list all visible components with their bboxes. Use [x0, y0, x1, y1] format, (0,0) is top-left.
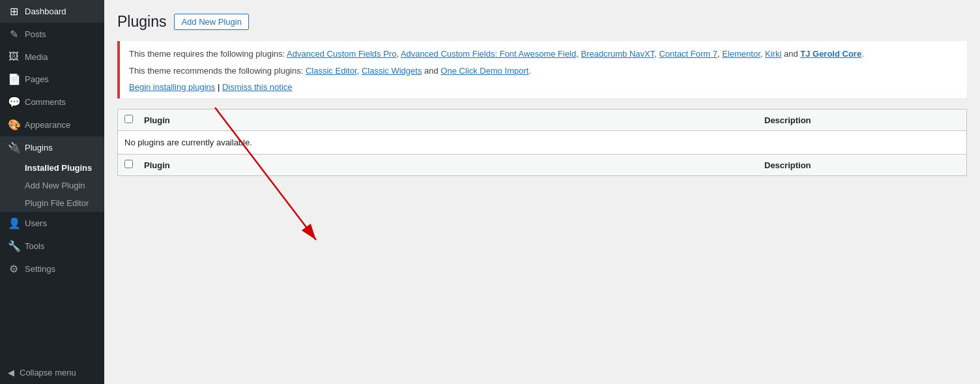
appearance-icon: 🎨 — [8, 119, 20, 131]
plugin-link-acf-pro[interactable]: Advanced Custom Fields Pro — [287, 49, 396, 59]
sidebar-item-label: Users — [25, 218, 47, 228]
notice-actions: Begin installing plugins | Dismiss this … — [129, 82, 958, 92]
sidebar-item-label: Appearance — [25, 120, 70, 130]
sidebar-item-posts[interactable]: ✎ Posts — [0, 23, 104, 46]
media-icon: 🖼 — [8, 51, 20, 63]
table-header: Plugin Description — [118, 110, 966, 131]
plugin-link-kirki[interactable]: Kirki — [765, 49, 781, 59]
sidebar-item-label: Pages — [25, 74, 49, 84]
sidebar-item-label: Comments — [25, 97, 66, 107]
posts-icon: ✎ — [8, 28, 20, 40]
sidebar-item-label: Posts — [25, 29, 46, 39]
page-header: Plugins Add New Plugin — [117, 13, 967, 31]
sidebar-item-appearance[interactable]: 🎨 Appearance — [0, 113, 104, 136]
footer-desc-col: Description — [764, 160, 960, 170]
sidebar-item-media[interactable]: 🖼 Media — [0, 46, 104, 68]
users-icon: 👤 — [8, 217, 20, 229]
sidebar-item-plugin-file-editor[interactable]: Plugin File Editor — [0, 194, 104, 212]
plugin-link-breadcrumb[interactable]: Breadcrumb NavXT — [581, 49, 654, 59]
page-title: Plugins — [117, 13, 166, 31]
plugins-icon: 🔌 — [8, 141, 20, 154]
comments-icon: 💬 — [8, 96, 20, 108]
sidebar-item-installed-plugins[interactable]: Installed Plugins — [0, 159, 104, 177]
plugin-link-cf7[interactable]: Contact Form 7 — [659, 49, 717, 59]
add-new-plugin-label: Add New Plugin — [25, 181, 85, 190]
sidebar-item-dashboard[interactable]: ⊞ Dashboard — [0, 0, 104, 23]
collapse-menu[interactable]: ◀ Collapse menu — [0, 361, 104, 384]
installed-plugins-label: Installed Plugins — [25, 163, 92, 173]
footer-checkbox-col — [124, 160, 144, 170]
settings-icon: ⚙ — [8, 263, 20, 275]
notice-line1: This theme requires the following plugin… — [129, 48, 958, 61]
table-footer: Plugin Description — [118, 155, 966, 175]
sidebar-item-settings[interactable]: ⚙ Settings — [0, 258, 104, 280]
plugin-link-one-click[interactable]: One Click Demo Import — [440, 66, 528, 76]
plugin-link-elementor[interactable]: Elementor — [722, 49, 760, 59]
plugin-link-classic-widgets[interactable]: Classic Widgets — [362, 66, 422, 76]
sidebar-item-tools[interactable]: 🔧 Tools — [0, 235, 104, 258]
dashboard-icon: ⊞ — [8, 5, 20, 18]
header-plugin-col: Plugin — [144, 115, 764, 125]
select-all-footer-checkbox[interactable] — [124, 160, 133, 168]
footer-plugin-col: Plugin — [144, 160, 764, 170]
notice-line2-prefix: This theme recommends the following plug… — [129, 66, 306, 76]
notice-line1-prefix: This theme requires the following plugin… — [129, 49, 287, 59]
sidebar-item-label: Tools — [25, 241, 44, 251]
sidebar-item-pages[interactable]: 📄 Pages — [0, 68, 104, 91]
header-checkbox-col — [124, 115, 144, 125]
header-desc-col: Description — [764, 115, 960, 125]
add-new-plugin-button[interactable]: Add New Plugin — [174, 14, 249, 30]
sidebar-item-users[interactable]: 👤 Users — [0, 212, 104, 235]
plugins-table: Plugin Description No plugins are curren… — [117, 109, 967, 176]
collapse-icon: ◀ — [8, 368, 14, 377]
sidebar-item-label: Media — [25, 52, 48, 62]
plugin-link-acf-font[interactable]: Advanced Custom Fields: Font Awesome Fie… — [401, 49, 576, 59]
plugin-link-classic-editor[interactable]: Classic Editor — [306, 66, 357, 76]
sidebar-item-label: Plugins — [25, 143, 53, 153]
table-empty-message: No plugins are currently available. — [118, 131, 966, 155]
begin-installing-link[interactable]: Begin installing plugins — [129, 82, 215, 92]
plugin-link-tjgerold[interactable]: TJ Gerold Core — [800, 49, 861, 59]
main-wrapper: Plugins Add New Plugin This theme requir… — [104, 0, 980, 384]
sidebar: ⊞ Dashboard ✎ Posts 🖼 Media 📄 Pages 💬 Co… — [0, 0, 104, 384]
sidebar-item-label: Settings — [25, 264, 55, 274]
pages-icon: 📄 — [8, 73, 20, 85]
notice-separator: | — [218, 82, 222, 92]
dismiss-notice-link[interactable]: Dismiss this notice — [222, 82, 293, 92]
tools-icon: 🔧 — [8, 240, 20, 252]
plugins-submenu: Installed Plugins Add New Plugin Plugin … — [0, 159, 104, 212]
notice-line2: This theme recommends the following plug… — [129, 65, 958, 78]
sidebar-item-comments[interactable]: 💬 Comments — [0, 91, 104, 113]
main-content: Plugins Add New Plugin This theme requir… — [104, 0, 980, 189]
collapse-label: Collapse menu — [20, 368, 76, 377]
sidebar-item-plugins[interactable]: 🔌 Plugins — [0, 136, 104, 159]
sidebar-item-add-new-plugin[interactable]: Add New Plugin — [0, 177, 104, 194]
plugin-file-editor-label: Plugin File Editor — [25, 198, 89, 208]
sidebar-item-label: Dashboard — [25, 7, 66, 16]
select-all-checkbox[interactable] — [124, 115, 133, 123]
theme-notice: This theme requires the following plugin… — [117, 41, 967, 98]
